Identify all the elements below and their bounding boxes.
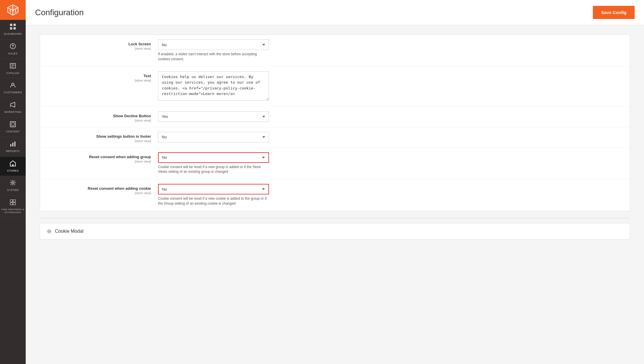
svg-rect-10	[12, 143, 13, 146]
sales-icon	[10, 43, 16, 51]
form-row-lock-screen: Lock Screen [store view] NoYesIf enabled…	[40, 35, 630, 67]
sidebar-item-dashboard[interactable]: DASHBOARD	[0, 20, 26, 39]
svg-rect-8	[11, 123, 14, 126]
sidebar-item-catalog[interactable]: CATALOG	[0, 59, 26, 79]
field-label-lock-screen: Lock Screen	[47, 42, 151, 46]
svg-rect-17	[13, 203, 15, 205]
field-hint-reset-consent-group: Cookie consent will be reset if a new gr…	[158, 165, 269, 175]
field-scope-reset-consent-group: [store view]	[47, 160, 151, 163]
toggle-collapse-icon: ⊖	[47, 228, 51, 234]
sidebar-item-stores[interactable]: STORES	[0, 157, 26, 176]
find-partners-icon	[10, 199, 16, 207]
svg-rect-9	[10, 144, 11, 146]
sidebar-item-content-label: CONTENT	[6, 130, 20, 133]
svg-rect-14	[10, 200, 13, 202]
dashboard-icon	[10, 23, 16, 31]
select-reset-consent-group[interactable]: NoYes	[158, 152, 269, 163]
sidebar-item-reports-label: REPORTS	[6, 150, 20, 153]
page-title: Configuration	[35, 8, 84, 17]
sidebar-item-find-partners-label: FIND PARTNERS & EXTENSIONS	[1, 208, 25, 214]
stores-icon	[10, 160, 16, 168]
svg-rect-7	[10, 122, 15, 127]
sidebar-item-system[interactable]: SYSTEM	[0, 176, 26, 196]
cookie-modal-section-title: Cookie Modal	[55, 229, 84, 234]
marketing-icon	[10, 101, 16, 109]
form-row-reset-consent-group: Reset consent when adding group [store v…	[40, 148, 630, 180]
sidebar-item-find-partners[interactable]: FIND PARTNERS & EXTENSIONS	[0, 196, 26, 218]
page-header: Configuration Save Config	[26, 0, 644, 25]
sidebar-item-reports[interactable]: REPORTS	[0, 137, 26, 157]
sidebar-item-stores-label: STORES	[7, 169, 19, 172]
field-label-reset-consent-group: Reset consent when adding group	[47, 155, 151, 159]
content-icon	[10, 121, 16, 129]
sidebar-item-system-label: SYSTEM	[7, 189, 19, 192]
svg-point-13	[12, 182, 14, 184]
select-show-decline-button[interactable]: YesNo	[158, 111, 269, 122]
main-content: Configuration Save Config Lock Screen [s…	[26, 0, 644, 364]
magento-logo-icon	[6, 4, 19, 16]
sidebar-logo[interactable]	[0, 0, 26, 20]
field-scope-show-settings-footer: [store view]	[47, 139, 151, 143]
sidebar-item-content[interactable]: CONTENT	[0, 118, 26, 137]
catalog-icon	[10, 63, 16, 70]
field-hint-lock-screen: If enabled, a visitor can't interact wit…	[158, 52, 269, 62]
field-label-text: Text	[47, 74, 151, 78]
svg-rect-0	[10, 24, 12, 26]
svg-rect-3	[13, 27, 16, 30]
textarea-text[interactable]	[158, 71, 269, 101]
svg-rect-12	[12, 164, 14, 166]
configuration-content: Lock Screen [store view] NoYesIf enabled…	[26, 25, 644, 364]
svg-rect-2	[10, 27, 12, 30]
svg-rect-16	[10, 203, 13, 205]
form-section: Lock Screen [store view] NoYesIf enabled…	[40, 34, 630, 211]
sidebar-item-customers-label: CUSTOMERS	[4, 91, 22, 94]
sidebar-item-marketing[interactable]: MARKETING	[0, 98, 26, 118]
svg-rect-15	[13, 200, 15, 202]
field-scope-text: [store view]	[47, 79, 151, 82]
reports-icon	[10, 141, 16, 149]
select-show-settings-footer[interactable]: NoYes	[158, 132, 269, 142]
sidebar-item-customers[interactable]: CUSTOMERS	[0, 78, 26, 98]
field-label-reset-consent-cookie: Reset consent when adding cookie	[47, 186, 151, 191]
system-icon	[10, 180, 16, 187]
save-config-button[interactable]: Save Config	[593, 6, 635, 19]
field-scope-show-decline-button: [store view]	[47, 119, 151, 122]
field-scope-lock-screen: [store view]	[47, 47, 151, 50]
select-reset-consent-cookie[interactable]: NoYes	[158, 184, 269, 194]
svg-rect-1	[13, 24, 16, 26]
form-row-reset-consent-cookie: Reset consent when adding cookie [store …	[40, 179, 630, 211]
customers-icon	[10, 82, 16, 90]
field-scope-reset-consent-cookie: [store view]	[47, 191, 151, 195]
field-hint-reset-consent-cookie: Cookie consent will be reset if a new co…	[158, 196, 269, 206]
sidebar: DASHBOARD SALES CATALOG CUSTOMERS MARKET…	[0, 0, 26, 364]
form-row-text: Text [store view]	[40, 67, 630, 107]
sidebar-item-dashboard-label: DASHBOARD	[4, 32, 22, 36]
form-row-show-settings-footer: Show settings button in footer [store vi…	[40, 127, 630, 148]
sidebar-item-sales-label: SALES	[8, 52, 18, 55]
cookie-modal-section-header[interactable]: ⊖ Cookie Modal	[40, 223, 630, 239]
sidebar-item-sales[interactable]: SALES	[0, 39, 26, 59]
svg-rect-11	[14, 142, 15, 146]
select-lock-screen[interactable]: NoYes	[158, 39, 269, 50]
sidebar-item-catalog-label: CATALOG	[6, 72, 19, 75]
section-divider	[40, 218, 630, 218]
field-label-show-decline-button: Show Decline Button	[47, 114, 151, 118]
form-row-show-decline-button: Show Decline Button [store view] YesNo	[40, 107, 630, 127]
sidebar-item-marketing-label: MARKETING	[4, 111, 21, 114]
field-label-show-settings-footer: Show settings button in footer	[47, 134, 151, 139]
